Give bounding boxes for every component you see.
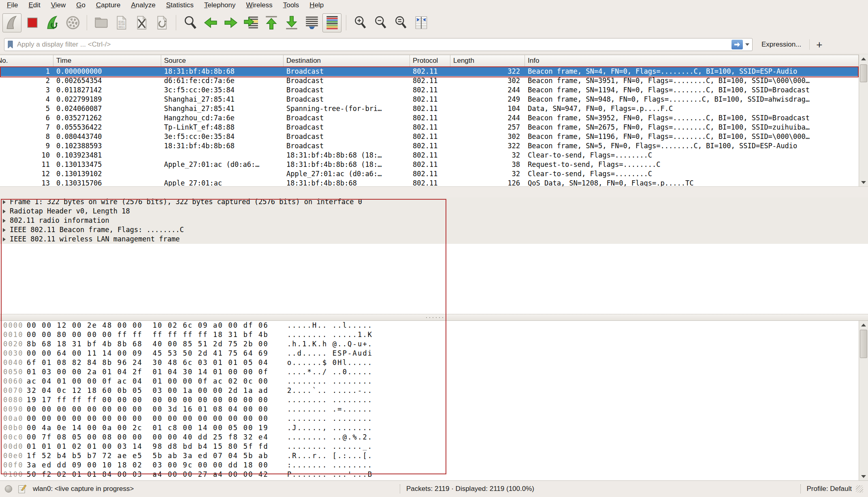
packet-list-scrollbar[interactable] [859,55,868,186]
packet-row-3[interactable]: 30.0118271423c:f5:cc:0e:35:84Broadcast80… [0,85,859,95]
packet-bytes-scrollbar[interactable] [859,321,868,480]
detail-row-1[interactable]: Radiotap Header v0, Length 18 [0,207,868,216]
column-header-info[interactable]: Info [525,55,859,66]
scroll-down-arrow[interactable] [859,178,868,186]
detail-row-3[interactable]: IEEE 802.11 Beacon frame, Flags: .......… [0,225,868,235]
pane-splitter-bottom[interactable] [0,314,868,321]
apply-filter-button[interactable] [732,40,743,49]
menu-statistics[interactable]: Statistics [161,1,199,10]
hex-row-00b0[interactable]: 00b000 4a 0e 14 00 0a 00 2c 01 c8 00 14 … [0,423,868,433]
menu-file[interactable]: File [2,1,23,10]
scroll-up-arrow[interactable] [859,55,868,63]
expand-arrow-icon[interactable] [3,200,6,204]
packet-row-12[interactable]: 120.130139102Apple_27:01:ac (d0:a6:…802.… [0,169,859,179]
detail-row-0[interactable]: Frame 1: 322 bytes on wire (2576 bits), … [0,197,868,207]
column-header-source[interactable]: Source [161,55,284,66]
hex-row-0080[interactable]: 008019 17 ff ff ff 00 00 00 00 00 00 00 … [0,395,868,405]
packet-row-1[interactable]: 10.00000000018:31:bf:4b:8b:68Broadcast80… [0,67,859,76]
menu-wireless[interactable]: Wireless [241,1,278,10]
display-filter-input[interactable]: Apply a display filter ... <Ctrl-/> [4,38,753,51]
hex-row-00f0[interactable]: 00f03a ed dd 09 00 10 18 02 03 00 9c 00 … [0,461,868,470]
hex-row-00c0[interactable]: 00c000 7f 08 05 00 08 00 00 00 00 40 dd … [0,433,868,442]
pane-splitter-top[interactable] [0,186,868,198]
column-header-time[interactable]: Time [53,55,161,66]
hex-row-00a0[interactable]: 00a000 00 00 00 00 00 00 00 00 00 00 00 … [0,414,868,423]
zoom-out-button[interactable] [371,13,390,32]
go-to-packet-button[interactable] [241,13,260,32]
scroll-down-arrow[interactable] [859,472,868,480]
go-last-packet-button[interactable] [282,13,301,32]
hex-row-0010[interactable]: 001000 00 80 00 00 00 ff ff ff ff ff ff … [0,330,868,339]
expand-arrow-icon[interactable] [3,228,6,232]
capture-comment-icon[interactable] [18,484,26,493]
reload-file-button[interactable] [152,13,171,32]
bookmark-icon[interactable] [7,41,13,49]
hex-row-0100[interactable]: 010050 f2 02 01 01 84 00 03 a4 00 00 27 … [0,470,868,479]
hex-row-0030[interactable]: 003000 00 64 00 11 14 00 09 45 53 50 2d … [0,349,868,358]
colorize-packets-button[interactable] [322,13,341,32]
restart-capture-button[interactable] [43,13,62,32]
packet-row-5[interactable]: 50.024060087Shanghai_27:85:41Spanning-tr… [0,104,859,113]
expand-arrow-icon[interactable] [3,209,6,213]
zoom-in-button[interactable] [351,13,370,32]
zoom-original-button[interactable] [391,13,410,32]
column-header-no[interactable]: No. [0,55,53,66]
packet-row-4[interactable]: 40.022799189Shanghai_27:85:41Broadcast80… [0,95,859,104]
packet-row-10[interactable]: 100.10392348118:31:bf:4b:8b:68 (18:…802.… [0,151,859,160]
find-packet-button[interactable] [181,13,200,32]
add-filter-button[interactable]: + [816,39,822,50]
menu-view[interactable]: View [46,1,71,10]
menu-go[interactable]: Go [71,1,91,10]
auto-scroll-button[interactable] [302,13,321,32]
menu-edit[interactable]: Edit [23,1,45,10]
gear-icon [65,15,81,30]
expand-arrow-icon[interactable] [3,237,6,241]
resize-grip-icon[interactable] [856,485,863,493]
hex-row-0020[interactable]: 00208b 68 18 31 bf 4b 8b 68 40 00 85 51 … [0,339,868,349]
scrollbar-thumb[interactable] [860,330,867,358]
expand-arrow-icon[interactable] [3,219,6,223]
column-header-destination[interactable]: Destination [284,55,410,66]
packet-row-8[interactable]: 80.0804437403e:f5:cc:0e:35:84Broadcast80… [0,132,859,141]
hex-row-00e0[interactable]: 00e01f 52 b4 b5 b7 72 ae e5 5b ab 3a ed … [0,451,868,461]
hex-row-0040[interactable]: 00406f 01 08 82 84 8b 96 24 30 48 6c 03 … [0,358,868,367]
hex-row-0060[interactable]: 0060ac 04 01 00 00 0f ac 04 01 00 00 0f … [0,377,868,386]
hex-row-00d0[interactable]: 00d001 01 01 02 01 00 03 14 98 d8 bd b4 … [0,442,868,451]
go-first-packet-button[interactable] [262,13,281,32]
hex-row-0050[interactable]: 005001 03 00 00 2a 01 04 2f 01 04 30 14 … [0,367,868,377]
colorize-icon [324,15,340,30]
resize-columns-button[interactable] [412,13,431,32]
detail-row-2[interactable]: 802.11 radio information [0,216,868,225]
expression-button[interactable]: Expression... [761,41,801,49]
packet-row-7[interactable]: 70.055536422Tp-LinkT_ef:48:88Broadcast80… [0,123,859,132]
packet-row-6[interactable]: 60.035271262Hangzhou_cd:7a:6eBroadcast80… [0,113,859,123]
hex-row-0000[interactable]: 000000 00 12 00 2e 48 00 00 10 02 6c 09 … [0,321,868,330]
stop-capture-button[interactable] [23,13,42,32]
hex-row-0070[interactable]: 007032 04 0c 12 18 60 0b 05 03 00 1a 00 … [0,386,868,395]
packet-row-9[interactable]: 90.10238859318:31:bf:4b:8b:68Broadcast80… [0,141,859,151]
hex-row-0090[interactable]: 009000 00 00 00 00 00 00 00 00 3d 16 01 … [0,405,868,414]
menu-analyze[interactable]: Analyze [126,1,160,10]
expert-info-icon[interactable] [5,485,12,493]
scrollbar-thumb[interactable] [860,64,867,82]
go-forward-button[interactable] [221,13,240,32]
open-file-button[interactable] [92,13,111,32]
menu-tools[interactable]: Tools [278,1,305,10]
profile-status[interactable]: Profile: Default [807,485,852,493]
packet-row-11[interactable]: 110.130133475Apple_27:01:ac (d0:a6:…18:3… [0,160,859,169]
save-file-button[interactable]: 0101 0110 0011 [112,13,131,32]
scroll-up-arrow[interactable] [859,321,868,329]
menu-help[interactable]: Help [304,1,329,10]
filter-history-dropdown[interactable] [745,43,749,46]
packet-row-2[interactable]: 20.002654354d6:61:fe:cd:7a:6eBroadcast80… [0,76,859,85]
detail-row-4[interactable]: IEEE 802.11 wireless LAN management fram… [0,235,868,244]
menu-capture[interactable]: Capture [91,1,126,10]
column-header-protocol[interactable]: Protocol [410,55,450,66]
capture-options-button[interactable] [63,13,82,32]
go-back-button[interactable] [201,13,220,32]
menu-telephony[interactable]: Telephony [199,1,241,10]
column-header-length[interactable]: Length [450,55,525,66]
close-file-button[interactable] [132,13,151,32]
packet-row-13[interactable]: 130.130315706Apple_27:01:ac18:31:bf:4b:8… [0,179,859,186]
start-capture-button[interactable] [2,13,21,32]
